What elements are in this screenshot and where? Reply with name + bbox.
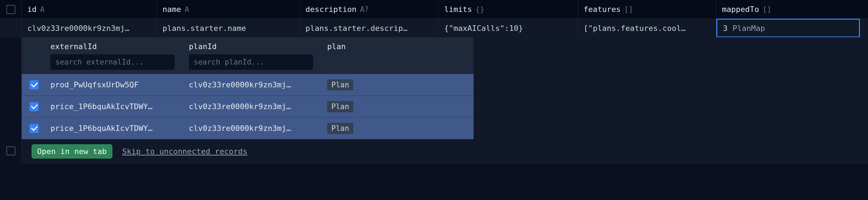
nested-cell-planid[interactable]: clv0z33re0000kr9zn3mj… [185, 124, 323, 133]
nested-search-row [22, 53, 474, 74]
column-type: [] [624, 5, 633, 14]
cell-id[interactable]: clv0z33re0000kr9zn3mj… [22, 19, 157, 37]
nested-cell-planid[interactable]: clv0z33re0000kr9zn3mj… [185, 80, 323, 89]
cell-value: plans.starter.descrip… [305, 24, 407, 33]
cell-name[interactable]: plans.starter.name [157, 19, 300, 37]
cell-mappedto[interactable]: 3 PlanMap [716, 19, 860, 38]
mapped-type: PlanMap [732, 24, 765, 33]
column-label: name [163, 5, 181, 14]
nested-cell-externalid[interactable]: prod_PwUqfsxUrDw5QF [46, 80, 185, 89]
plan-badge: Plan [327, 123, 353, 134]
nested-footer-row: Open in new tab Skip to unconnected reco… [0, 139, 868, 164]
column-label: features [584, 5, 621, 14]
column-label: description [305, 5, 357, 14]
nested-footer: Open in new tab Skip to unconnected reco… [32, 139, 868, 164]
column-label: id [27, 5, 37, 14]
nested-column-header-planid[interactable]: planId [185, 42, 323, 51]
nested-search-planid-cell [185, 54, 323, 70]
skip-unconnected-link[interactable]: Skip to unconnected records [122, 147, 248, 156]
table-row[interactable]: clv0z33re0000kr9zn3mj… plans.starter.nam… [0, 19, 868, 37]
nested-row[interactable]: price_1P6bquAkIcvTDWY… clv0z33re0000kr9z… [22, 118, 474, 139]
nested-column-header-plan[interactable]: plan [323, 42, 350, 51]
nested-table: externalId planId plan [22, 37, 474, 139]
nested-cell-externalid[interactable]: price_1P6bquAkIcvTDWY… [46, 124, 185, 133]
cell-value: ["plans.features.cool… [584, 24, 686, 33]
data-table: id A name A description A? limits {} fea… [0, 0, 868, 164]
nested-relation-panel: externalId planId plan [0, 37, 868, 139]
cell-value: {"maxAICalls":10} [444, 24, 523, 33]
footer-gutter [0, 139, 22, 164]
nested-empty-space [474, 37, 868, 139]
column-header-limits[interactable]: limits {} [439, 0, 578, 19]
table-header-row: id A name A description A? limits {} fea… [0, 0, 868, 19]
column-type: A? [360, 5, 369, 14]
nested-header-checkbox-cell [22, 42, 46, 51]
mapped-count: 3 [723, 24, 728, 33]
cell-value: plans.starter.name [163, 24, 246, 33]
nested-cell-plan[interactable]: Plan [323, 101, 358, 112]
select-all-checkbox[interactable] [6, 5, 15, 14]
column-header-features[interactable]: features [] [578, 0, 716, 19]
nested-search-externalid-cell [46, 54, 185, 70]
column-type: {} [475, 5, 484, 14]
cell-description[interactable]: plans.starter.descrip… [300, 19, 439, 37]
nested-gutter [0, 37, 22, 139]
nested-cell-plan[interactable]: Plan [323, 79, 358, 91]
nested-cell-planid[interactable]: clv0z33re0000kr9zn3mj… [185, 102, 323, 111]
nested-row-checkbox-cell [22, 102, 46, 111]
column-label: limits [444, 5, 472, 14]
nested-search-spacer [22, 54, 46, 70]
nested-header-row: externalId planId plan [22, 37, 474, 53]
header-checkbox-cell [0, 0, 22, 19]
nested-cell-externalid[interactable]: price_1P6bquAkIcvTDWY… [46, 102, 185, 111]
nested-row[interactable]: price_1P6bquAkIcvTDWY… clv0z33re0000kr9z… [22, 96, 474, 118]
column-type: [] [763, 5, 771, 14]
open-in-new-tab-button[interactable]: Open in new tab [32, 144, 112, 159]
column-label: plan [327, 42, 346, 51]
nested-row-checkbox-cell [22, 124, 46, 133]
nested-row-checkbox[interactable] [29, 124, 39, 133]
column-header-id[interactable]: id A [22, 0, 157, 19]
nested-row-checkbox-cell [22, 80, 46, 89]
column-label: planId [189, 42, 216, 51]
nested-row-checkbox[interactable] [29, 80, 39, 89]
cell-limits[interactable]: {"maxAICalls":10} [439, 19, 578, 37]
nested-cell-plan[interactable]: Plan [323, 123, 358, 134]
column-type: A [40, 5, 45, 14]
plan-badge: Plan [327, 79, 353, 91]
column-label: externalId [50, 42, 97, 51]
plan-badge: Plan [327, 101, 353, 112]
search-externalid-input[interactable] [50, 54, 175, 70]
nested-row-checkbox[interactable] [29, 102, 39, 111]
column-header-description[interactable]: description A? [300, 0, 439, 19]
column-type: A [185, 5, 189, 14]
nested-column-header-externalid[interactable]: externalId [46, 42, 185, 51]
cell-value: clv0z33re0000kr9zn3mj… [27, 24, 129, 33]
column-header-mappedto[interactable]: mappedTo [] [716, 0, 860, 19]
column-label: mappedTo [722, 5, 759, 14]
row-checkbox-cell [0, 19, 22, 37]
footer-checkbox[interactable] [6, 146, 15, 155]
nested-row[interactable]: prod_PwUqfsxUrDw5QF clv0z33re0000kr9zn3m… [22, 74, 474, 96]
search-planid-input[interactable] [189, 54, 313, 70]
cell-features[interactable]: ["plans.features.cool… [578, 19, 716, 37]
column-header-name[interactable]: name A [157, 0, 300, 19]
